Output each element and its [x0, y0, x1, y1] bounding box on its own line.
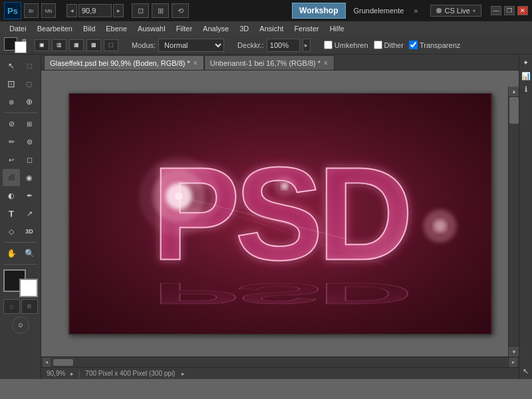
scroll-left-arrow[interactable]: ◂ — [43, 358, 51, 367]
shape-mode-5[interactable]: ⬚ — [104, 39, 118, 51]
dither-checkbox[interactable] — [374, 41, 382, 49]
transparenz-check[interactable]: Transparenz — [409, 41, 460, 49]
artboard-tool[interactable]: ⬚ — [21, 57, 38, 74]
shape-mode-4[interactable]: ▩ — [86, 39, 101, 51]
shape-mode-1[interactable]: ▣ — [35, 39, 49, 51]
color-swatches[interactable]: ⇄ — [4, 37, 27, 53]
standard-mode-btn[interactable]: □ — [3, 299, 20, 314]
crop-tool[interactable]: ⊕ — [21, 93, 38, 110]
scroll-down-arrow[interactable]: ▼ — [509, 347, 519, 356]
title-bar: Ps Br Mb ◂ 90,9 ▸ ⊡ ⊞ ⟲ Workshop Grundel… — [0, 0, 532, 21]
status-divider — [79, 370, 80, 378]
deckk-input[interactable] — [267, 39, 300, 52]
hand-tool[interactable]: ✋ — [3, 245, 20, 262]
tool-row-7: ⬛ ◉ — [3, 169, 38, 186]
screen-mode-btn[interactable]: ⊙ — [12, 317, 29, 334]
status-nav-arrow[interactable]: ▸ — [182, 370, 185, 377]
menu-fenster[interactable]: Fenster — [289, 23, 324, 34]
blur-tool[interactable]: ◉ — [21, 169, 38, 186]
menu-ansicht[interactable]: Ansicht — [254, 23, 289, 34]
scroll-track-vertical — [509, 96, 519, 347]
document-area: Glaseffekt.psd bei 90,9% (Boden, RGB/8) … — [41, 55, 519, 379]
deckk-arrow[interactable]: ▸ — [303, 39, 311, 52]
eraser-tool[interactable]: ◻ — [21, 151, 38, 168]
horizontal-scrollbar[interactable]: ◂ ▸ — [41, 356, 519, 367]
ps-logo: Ps — [4, 2, 21, 19]
transparenz-checkbox[interactable] — [409, 41, 418, 49]
type-tool[interactable]: T — [3, 205, 20, 222]
lasso-tool[interactable]: ◌ — [21, 75, 38, 92]
panel-toggle-3[interactable]: ℹ — [521, 84, 531, 94]
fg-bg-color-block[interactable] — [3, 269, 38, 297]
menu-ebene[interactable]: Ebene — [100, 23, 132, 34]
panel-toggle-2[interactable]: 📊 — [521, 70, 531, 81]
modus-label: Modus: — [132, 41, 156, 49]
zoom-percentage: 90,9% — [47, 370, 65, 377]
scroll-thumb-horizontal[interactable] — [53, 359, 73, 366]
gradient-tool[interactable]: ⬛ — [3, 169, 20, 186]
menu-bild[interactable]: Bild — [78, 23, 100, 34]
eyedropper-tool[interactable]: ⊘ — [3, 115, 20, 132]
zoom-tool-btn[interactable]: 🔍 — [21, 245, 38, 262]
panel-toggle-1[interactable]: ✦ — [521, 57, 531, 68]
menu-3d[interactable]: 3D — [234, 23, 254, 34]
pen-tool[interactable]: ✒ — [21, 187, 38, 204]
menu-hilfe[interactable]: Hilfe — [325, 23, 350, 34]
zoom-right-arrow[interactable]: ▸ — [113, 4, 124, 17]
arrange-icon[interactable]: ⊞ — [152, 3, 169, 18]
quick-select-tool[interactable]: ⊛ — [3, 93, 20, 110]
3d-tool[interactable]: 3D — [21, 223, 38, 240]
status-icon[interactable]: ▸ — [70, 370, 74, 377]
window-minimize-button[interactable]: — — [491, 6, 501, 15]
stamp-tool[interactable]: ⊚ — [21, 133, 38, 150]
dither-check[interactable]: Dither — [374, 41, 404, 49]
scroll-up-arrow[interactable]: ▲ — [509, 86, 519, 96]
bridge-icon[interactable]: Br — [24, 3, 39, 18]
shape-tool[interactable]: ◇ — [3, 223, 20, 240]
menu-filter[interactable]: Filter — [171, 23, 198, 34]
shape-mode-3[interactable]: ▦ — [69, 39, 84, 51]
brush-tool[interactable]: ✏ — [3, 133, 20, 150]
tab-unbenannt[interactable]: Unbenannt-1 bei 16,7% (RGB/8) * ✕ — [204, 55, 334, 70]
move-tool[interactable]: ↖ — [3, 57, 20, 74]
tool-row-6: ↩ ◻ — [3, 151, 38, 168]
tab-glaseffekt[interactable]: Glaseffekt.psd bei 90,9% (Boden, RGB/8) … — [44, 55, 204, 70]
dodge-tool[interactable]: ◐ — [3, 187, 20, 204]
window-close-button[interactable]: ✕ — [517, 6, 528, 15]
cs-live-button[interactable]: CS Live ▾ — [430, 5, 481, 17]
scroll-right-arrow[interactable]: ▸ — [509, 358, 517, 367]
psd-canvas[interactable]: PSD PSD PSD PSD PSD PSD PSD — [68, 93, 492, 334]
menu-bearbeiten[interactable]: Bearbeiten — [32, 23, 78, 34]
swap-color-icon[interactable]: ⇄ — [22, 37, 27, 43]
tab-unbenannt-close[interactable]: ✕ — [323, 60, 329, 66]
screen-mode-icon[interactable]: ⊡ — [132, 3, 149, 18]
quickmask-mode-btn[interactable]: ⊡ — [21, 299, 38, 314]
menu-datei[interactable]: Datei — [4, 23, 32, 34]
tool-row-1: ↖ ⬚ — [3, 57, 38, 74]
bg-color-tool[interactable] — [19, 279, 38, 297]
menu-analyse[interactable]: Analyse — [198, 23, 234, 34]
shape-mode-2[interactable]: ▥ — [52, 39, 66, 51]
canvas-wrap: PSD PSD PSD PSD PSD PSD PSD — [68, 93, 492, 334]
zoom-left-arrow[interactable]: ◂ — [66, 4, 77, 17]
history-brush-tool[interactable]: ↩ — [3, 151, 20, 168]
path-select-tool[interactable]: ↗ — [21, 205, 38, 222]
workshop-button[interactable]: Workshop — [292, 3, 345, 19]
panel-toggle-cursor[interactable]: ↖ — [521, 366, 531, 376]
grundelemente-button[interactable]: Grundelemente — [348, 5, 410, 17]
tab-glaseffekt-label: Glaseffekt.psd bei 90,9% (Boden, RGB/8) … — [50, 59, 190, 67]
menu-auswahl[interactable]: Auswahl — [132, 23, 171, 34]
window-maximize-button[interactable]: ❐ — [504, 6, 515, 15]
vertical-scrollbar[interactable]: ▲ ▼ — [508, 86, 519, 356]
scroll-thumb-vertical[interactable] — [509, 97, 519, 124]
umkehren-check[interactable]: Umkehren — [324, 41, 368, 49]
zoom-value[interactable]: 90,9 — [78, 4, 112, 17]
tab-glaseffekt-close[interactable]: ✕ — [193, 60, 198, 66]
mini-icon[interactable]: Mb — [41, 3, 56, 18]
rotate-icon[interactable]: ⟲ — [172, 3, 189, 18]
overflow-chevron[interactable]: » — [412, 7, 420, 15]
umkehren-checkbox[interactable] — [324, 41, 332, 49]
ruler-tool[interactable]: ⊞ — [21, 115, 38, 132]
modus-select[interactable]: Normal Multiplizieren Weiches Licht — [158, 39, 224, 52]
marquee-tool[interactable]: ⊡ — [3, 75, 20, 92]
